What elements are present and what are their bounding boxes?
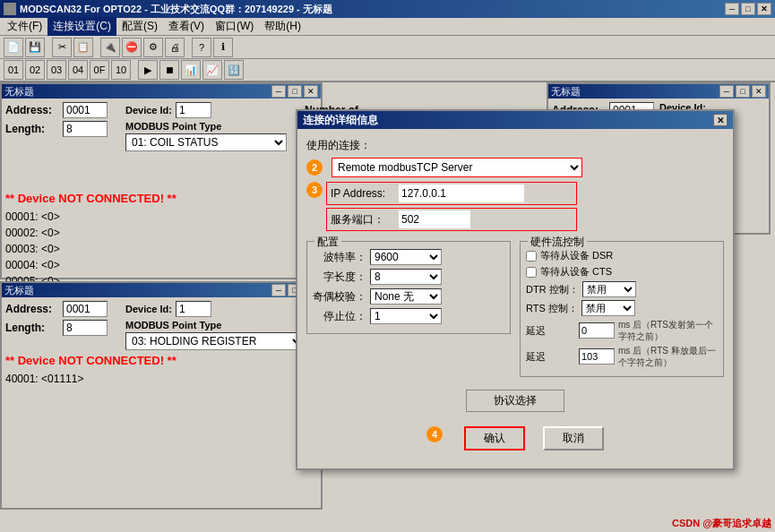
- connection-type-row: 2 Remote modbusTCP Server: [306, 158, 724, 177]
- toolbar-2: 01 02 03 04 0F 10 ▶ ⏹ 📊 📈 🔢: [0, 59, 775, 82]
- rts-select[interactable]: 禁用: [581, 300, 635, 316]
- port-input[interactable]: [399, 210, 470, 228]
- menu-file[interactable]: 文件(F): [2, 17, 47, 36]
- p1-length-row: Length:: [5, 121, 108, 137]
- step2-badge: 2: [306, 159, 323, 176]
- copy-button[interactable]: 📋: [73, 38, 93, 57]
- tb2-btn5[interactable]: 0F: [90, 60, 109, 80]
- tb2-btn3[interactable]: 03: [47, 60, 66, 80]
- parity-select[interactable]: None 无: [370, 288, 442, 305]
- p1-length-input[interactable]: [63, 121, 108, 137]
- hw-title: 硬件流控制: [528, 235, 587, 250]
- new-button[interactable]: 📄: [4, 38, 23, 57]
- tb2-btn4[interactable]: 04: [68, 60, 88, 80]
- panel2-content: Address: Length: Device Id: MODBUS Point…: [2, 297, 321, 390]
- panel1-title: 无标题 ─ □ ✕: [2, 84, 321, 99]
- delay2-input[interactable]: [579, 348, 615, 365]
- connection-type-select[interactable]: Remote modbusTCP Server: [332, 158, 582, 177]
- dtr-row: DTR 控制： 禁用: [526, 281, 718, 297]
- p2-pointtype-select[interactable]: 03: HOLDING REGISTER: [125, 332, 305, 350]
- save-button[interactable]: 💾: [25, 38, 45, 57]
- app-icon: [4, 3, 16, 15]
- stopbits-select[interactable]: 1: [370, 308, 442, 324]
- list-item: 00002: <0>: [5, 225, 317, 241]
- menu-bar: 文件(F) 连接设置(C) 配置(S) 查看(V) 窗口(W) 帮助(H): [0, 18, 775, 36]
- baud-label: 波特率：: [313, 250, 366, 265]
- ip-address-input[interactable]: [399, 184, 524, 202]
- p2-deviceid-input[interactable]: [176, 301, 211, 317]
- connect-button[interactable]: 🔌: [100, 38, 120, 57]
- delay1-input[interactable]: [579, 322, 615, 339]
- p2-data: 40001: <01111>: [5, 371, 317, 387]
- menu-window[interactable]: 窗口(W): [210, 17, 259, 36]
- settings-button[interactable]: ⚙: [143, 38, 163, 57]
- tb2-btn10[interactable]: 📈: [202, 60, 222, 80]
- main-area: 无标题 ─ □ ✕ Address: Length:: [0, 82, 775, 532]
- delay2-row: 延迟 ms 后（RTS 释放最后一个字符之前）: [526, 345, 718, 368]
- cut-button[interactable]: ✂: [52, 38, 72, 57]
- panel1: 无标题 ─ □ ✕ Address: Length:: [0, 82, 323, 279]
- p1-address-row: Address:: [5, 102, 108, 118]
- p1-address-input[interactable]: [63, 102, 108, 118]
- databits-row: 字长度： 8: [313, 269, 504, 285]
- delay1-label: 延迟: [526, 324, 575, 338]
- tb2-btn9[interactable]: 📊: [181, 60, 201, 80]
- hardware-section: 硬件流控制 等待从设备 DSR 等待从设备 CTS DTR 控制：: [520, 236, 724, 382]
- confirm-button[interactable]: 确认: [464, 426, 525, 450]
- config-title: 配置: [314, 235, 341, 250]
- tb2-btn2[interactable]: 02: [25, 60, 45, 80]
- stopbits-row: 停止位： 1: [313, 308, 504, 324]
- ip-label: IP Address:: [331, 187, 393, 200]
- baud-select[interactable]: 9600: [370, 249, 442, 265]
- connection-section-label: 使用的连接：: [306, 138, 724, 153]
- help-button[interactable]: ?: [192, 38, 211, 57]
- p3-maximize[interactable]: □: [736, 85, 750, 98]
- dtr-label: DTR 控制：: [526, 283, 579, 296]
- p1-deviceid-input[interactable]: [176, 102, 211, 118]
- minimize-button[interactable]: ─: [725, 3, 739, 15]
- step4-badge: 4: [426, 426, 443, 442]
- maximize-button[interactable]: □: [741, 3, 755, 15]
- tb2-btn6[interactable]: 10: [111, 60, 131, 80]
- cts-label: 等待从设备 CTS: [540, 265, 612, 279]
- tb2-btn11[interactable]: 🔢: [224, 60, 244, 80]
- menu-help[interactable]: 帮助(H): [259, 17, 306, 36]
- p1-minimize[interactable]: ─: [271, 85, 286, 98]
- close-button[interactable]: ✕: [757, 3, 771, 15]
- delay2-note: ms 后（RTS 释放最后一个字符之前）: [618, 345, 718, 368]
- dtr-select[interactable]: 禁用: [582, 281, 636, 297]
- dialog-title-bar: 连接的详细信息 ✕: [297, 111, 733, 129]
- p2-length-row: Length:: [5, 320, 108, 336]
- panel2-title: 无标题 ─ □ ✕: [2, 283, 321, 297]
- dialog-close-button[interactable]: ✕: [713, 114, 728, 126]
- cancel-button[interactable]: 取消: [543, 426, 604, 450]
- databits-select[interactable]: 8: [370, 269, 442, 285]
- p1-maximize[interactable]: □: [288, 85, 302, 98]
- parity-row: 奇偶校验： None 无: [313, 288, 504, 305]
- p3-close[interactable]: ✕: [752, 85, 766, 98]
- dsr-checkbox[interactable]: [526, 251, 537, 262]
- p3-minimize[interactable]: ─: [719, 85, 734, 98]
- print-button[interactable]: 🖨: [165, 38, 185, 57]
- menu-view[interactable]: 查看(V): [163, 17, 210, 36]
- disconnect-button[interactable]: ⛔: [122, 38, 142, 57]
- about-button[interactable]: ℹ: [213, 38, 233, 57]
- tb2-btn1[interactable]: 01: [4, 60, 23, 80]
- p2-minimize[interactable]: ─: [271, 284, 286, 296]
- dsr-label: 等待从设备 DSR: [540, 249, 613, 262]
- protocol-button[interactable]: 协议选择: [466, 390, 564, 412]
- tb2-btn8[interactable]: ⏹: [159, 60, 179, 80]
- p1-address-label: Address:: [5, 104, 59, 116]
- list-item: 00004: <0>: [5, 257, 317, 273]
- p2-length-input[interactable]: [63, 320, 108, 336]
- menu-connect[interactable]: 连接设置(C): [47, 17, 116, 36]
- cts-checkbox[interactable]: [526, 267, 537, 278]
- p2-deviceid-label: Device Id:: [125, 304, 172, 314]
- p1-close[interactable]: ✕: [304, 85, 318, 98]
- menu-config[interactable]: 配置(S): [116, 17, 163, 36]
- p1-pointtype-select[interactable]: 01: COIL STATUS: [125, 133, 287, 151]
- tb2-btn7[interactable]: ▶: [138, 60, 158, 80]
- p2-address-input[interactable]: [63, 301, 108, 317]
- p2-address-row: Address:: [5, 301, 108, 317]
- p2-deviceid-row: Device Id:: [125, 301, 305, 317]
